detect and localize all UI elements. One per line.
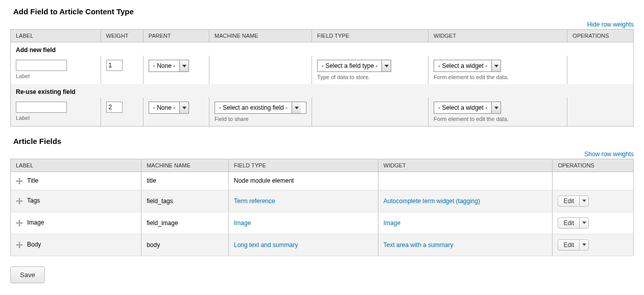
table-row: Imagefield_imageImageImageEdit — [11, 212, 634, 234]
article-fields-table: LABEL MACHINE NAME FIELD TYPE WIDGET OPE… — [10, 159, 634, 256]
reuse-label-input[interactable] — [16, 102, 67, 113]
col-field-type: FIELD TYPE — [312, 30, 428, 42]
svg-rect-7 — [17, 244, 21, 245]
drag-handle-icon[interactable] — [16, 241, 23, 249]
reuse-label-hint: Label — [16, 115, 96, 121]
chevron-down-icon — [579, 218, 588, 228]
field-widget-link[interactable]: Text area with a summary — [384, 241, 454, 249]
edit-button[interactable]: Edit — [558, 217, 589, 229]
table-row: Tagsfield_tagsTerm referenceAutocomplete… — [11, 190, 634, 212]
table-row: BodybodyLong text and summaryText area w… — [11, 234, 634, 256]
add-widget-select[interactable]: - Select a widget - — [434, 60, 501, 72]
chevron-down-icon — [491, 102, 500, 113]
col-label: LABEL — [11, 30, 101, 42]
add-widget-hint: Form element to edit the data. — [434, 74, 562, 80]
col2-label: LABEL — [11, 159, 141, 172]
edit-button[interactable]: Edit — [558, 195, 589, 207]
col-widget: WIDGET — [428, 30, 567, 42]
field-label: Body — [27, 241, 41, 248]
field-machine-name: body — [141, 234, 229, 256]
show-row-weights-link[interactable]: Show row weights — [584, 151, 634, 158]
col2-operations: OPERATIONS — [553, 159, 634, 172]
reuse-weight-input[interactable] — [106, 102, 123, 113]
svg-rect-1 — [17, 181, 21, 182]
svg-rect-5 — [17, 223, 21, 224]
field-type-link[interactable]: Long text and summary — [234, 241, 298, 249]
add-field-type-select[interactable]: - Select a field type - — [317, 60, 391, 72]
field-widget-link[interactable]: Image — [384, 219, 400, 227]
field-type: Node module element — [228, 172, 378, 190]
add-parent-select[interactable]: - None - — [149, 60, 189, 72]
article-fields-heading: Article Fields — [13, 137, 634, 145]
field-label: Title — [27, 177, 38, 184]
field-label: Image — [27, 219, 44, 226]
drag-handle-icon[interactable] — [16, 219, 23, 227]
add-weight-input[interactable] — [106, 60, 123, 71]
field-type-link[interactable]: Term reference — [234, 198, 275, 205]
field-machine-name: field_image — [141, 212, 229, 234]
hide-row-weights-link[interactable]: Hide row weights — [587, 21, 634, 28]
chevron-down-icon — [179, 102, 188, 113]
reuse-parent-select[interactable]: - None - — [149, 102, 189, 114]
add-new-field-heading: Add new field — [11, 42, 634, 56]
add-label-hint: Label — [16, 73, 96, 79]
chevron-down-icon — [491, 60, 500, 71]
chevron-down-icon — [381, 60, 391, 71]
edit-button[interactable]: Edit — [558, 239, 589, 251]
field-widget-link[interactable]: Autocomplete term widget (tagging) — [384, 198, 480, 205]
field-widget — [378, 172, 553, 190]
add-label-input[interactable] — [16, 60, 67, 71]
table-row: TitletitleNode module element — [11, 172, 634, 190]
chevron-down-icon — [292, 102, 301, 113]
col2-field-type: FIELD TYPE — [228, 159, 378, 172]
col-weight: WEIGHT — [101, 30, 143, 42]
field-machine-name: field_tags — [141, 190, 229, 212]
col-machine-name: MACHINE NAME — [209, 30, 312, 42]
reuse-existing-select[interactable]: - Select an existing field - — [214, 102, 306, 114]
reuse-existing-hint: Field to share — [214, 116, 306, 122]
reuse-widget-select[interactable]: - Select a widget - — [434, 102, 501, 114]
svg-rect-3 — [17, 201, 21, 202]
col-operations: OPERATIONS — [567, 30, 634, 42]
drag-handle-icon[interactable] — [16, 178, 23, 185]
save-button[interactable]: Save — [10, 266, 45, 283]
reuse-field-heading: Re-use existing field — [11, 84, 634, 97]
reuse-widget-hint: Form element to edit the data. — [434, 116, 562, 122]
field-label: Tags — [27, 197, 40, 204]
col2-widget: WIDGET — [378, 159, 553, 172]
col2-machine-name: MACHINE NAME — [141, 159, 229, 172]
add-field-type-hint: Type of data to store. — [317, 74, 423, 80]
add-field-heading: Add Field to Article Content Type — [13, 7, 634, 16]
col-parent: PARENT — [143, 30, 209, 42]
chevron-down-icon — [579, 240, 588, 250]
field-machine-name: title — [141, 172, 229, 190]
chevron-down-icon — [579, 196, 588, 206]
chevron-down-icon — [179, 60, 188, 71]
field-type-link[interactable]: Image — [234, 219, 251, 227]
drag-handle-icon[interactable] — [16, 198, 23, 205]
add-field-table: LABEL WEIGHT PARENT MACHINE NAME FIELD T… — [10, 29, 634, 127]
